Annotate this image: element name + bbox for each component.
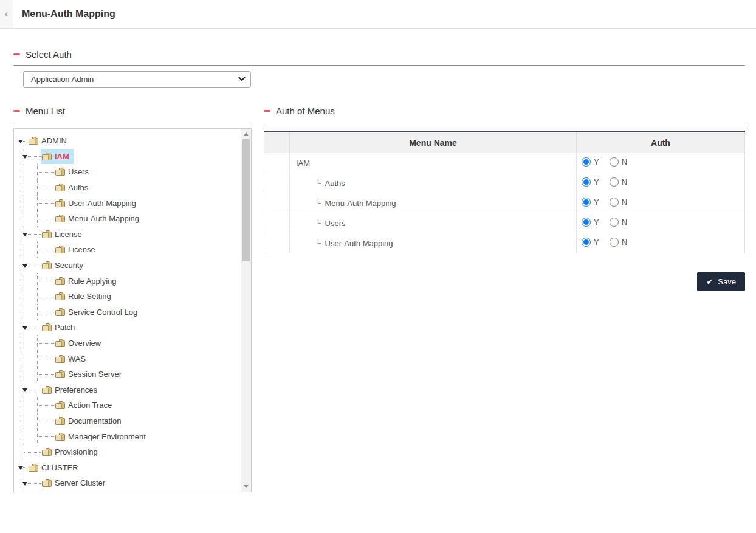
tree-node-session-server[interactable]: Session Server <box>18 366 251 382</box>
menu-tree-box: ADMINIAMUsersAuthsUser-Auth MappingMenu-… <box>13 128 252 492</box>
tree-node-label: License <box>55 230 82 239</box>
auth-no-radio[interactable] <box>610 157 619 167</box>
auth-row-menu-auth-mapping: └Menu-Auth MappingYN <box>264 193 745 213</box>
tree-node-license[interactable]: License <box>18 242 251 258</box>
expand-arrow-icon[interactable] <box>22 388 27 392</box>
expand-arrow-icon[interactable] <box>18 140 23 143</box>
tree-node-service-control-log[interactable]: Service Control Log <box>18 304 251 320</box>
tree-node-menu-auth-mapping[interactable]: Menu-Auth Mapping <box>18 211 251 227</box>
tree-node-action-trace[interactable]: Action Trace <box>18 397 251 413</box>
expand-arrow-icon[interactable] <box>22 233 27 236</box>
auth-yes-radio[interactable] <box>582 238 591 247</box>
tree-node-label: Rule Applying <box>68 277 117 286</box>
tree-node-label: Auths <box>68 183 88 192</box>
tree-node-manager-environment[interactable]: Manager Environment <box>18 428 251 444</box>
auth-row-users: └UsersYN <box>264 213 745 233</box>
tree-node-documentation[interactable]: Documentation <box>18 413 251 429</box>
auth-row-iam: IAMYN <box>264 153 745 173</box>
tree-node-server-cluster[interactable]: Server Cluster <box>18 475 251 491</box>
auth-no-radio[interactable] <box>610 177 619 187</box>
tree-node-iam[interactable]: IAM <box>18 149 251 165</box>
auth-yes-label: Y <box>594 177 599 187</box>
row-select-cell <box>264 213 290 233</box>
expand-arrow-icon[interactable] <box>18 466 23 470</box>
auth-no-option[interactable]: N <box>610 157 627 167</box>
scrollbar-thumb[interactable] <box>242 139 250 261</box>
expand-arrow-icon[interactable] <box>22 326 27 330</box>
tree-node-overview[interactable]: Overview <box>18 335 251 351</box>
auth-select-wrap: Application Admin <box>23 71 251 88</box>
folder-icon <box>42 479 52 487</box>
auth-yes-option[interactable]: Y <box>582 177 599 187</box>
tree-node-patch[interactable]: Patch <box>18 320 251 335</box>
tree-scrollbar[interactable] <box>241 129 251 492</box>
tree-node-cluster[interactable]: CLUSTER <box>18 459 251 475</box>
auth-table: Menu Name Auth IAMYN└AuthsYN└Menu-Auth M… <box>264 131 745 253</box>
select-auth-title: Select Auth <box>26 49 72 60</box>
auth-yes-radio[interactable] <box>582 198 591 207</box>
auth-yes-radio[interactable] <box>582 177 591 187</box>
tree-node-label: License <box>68 245 95 254</box>
scrollbar-up-icon[interactable] <box>244 132 249 136</box>
tree-node-admin[interactable]: ADMIN <box>18 133 251 149</box>
menu-list-section-header: Menu List <box>13 105 252 116</box>
auth-no-option[interactable]: N <box>610 218 627 227</box>
auth-no-radio[interactable] <box>610 198 619 207</box>
back-button[interactable]: ‹ <box>0 0 13 28</box>
auth-no-label: N <box>622 198 627 207</box>
tree-node-label: Manager Environment <box>68 432 146 441</box>
content: Select Auth Application Admin Menu List … <box>0 29 756 533</box>
folder-icon <box>55 417 65 425</box>
folder-icon <box>55 339 65 347</box>
tree-node-label: Service Control Log <box>68 308 137 317</box>
menu-name: └Users <box>296 219 345 228</box>
menu-name: └Auths <box>296 179 345 188</box>
auth-yes-radio[interactable] <box>582 218 591 227</box>
menu-list-title: Menu List <box>26 106 65 116</box>
menu-name-cell: └Users <box>290 213 577 233</box>
tree-node-license[interactable]: License <box>18 227 251 242</box>
auth-no-radio[interactable] <box>610 238 619 247</box>
expand-arrow-icon[interactable] <box>22 264 27 268</box>
check-icon: ✔ <box>706 278 713 286</box>
tree-node-user-auth-mapping[interactable]: User-Auth Mapping <box>18 195 251 211</box>
tree-node-provisioning[interactable]: Provisioning <box>18 444 251 460</box>
auth-select[interactable]: Application Admin <box>23 71 251 88</box>
tree-node-label: IAM <box>55 152 69 161</box>
page-title: Menu-Auth Mapping <box>22 0 115 28</box>
tree-node-rule-setting[interactable]: Rule Setting <box>18 289 251 304</box>
menu-name-cell: └User-Auth Mapping <box>290 233 577 253</box>
auth-no-radio[interactable] <box>610 218 619 227</box>
scrollbar-down-icon[interactable] <box>244 485 249 488</box>
tree-node-preferences[interactable]: Preferences <box>18 382 251 398</box>
tree-node-was[interactable]: WAS <box>18 351 251 366</box>
tree-node-users[interactable]: Users <box>18 164 251 180</box>
tree-node-label: Provisioning <box>55 447 98 456</box>
auth-yes-option[interactable]: Y <box>582 238 599 247</box>
auth-yes-label: Y <box>594 198 599 207</box>
section-dash-icon <box>13 110 20 112</box>
auth-no-option[interactable]: N <box>610 177 627 187</box>
tree-node-label: Server Cluster <box>55 478 105 487</box>
row-select-cell <box>264 193 290 213</box>
auth-no-option[interactable]: N <box>610 198 627 207</box>
tree-node-security[interactable]: Security <box>18 258 251 273</box>
auth-yes-option[interactable]: Y <box>582 218 599 227</box>
tree-node-rule-applying[interactable]: Rule Applying <box>18 273 251 289</box>
auth-table-header-row: Menu Name Auth <box>264 132 745 153</box>
tree-node-label: ADMIN <box>41 136 67 145</box>
save-button[interactable]: ✔ Save <box>697 272 745 291</box>
auth-no-label: N <box>622 157 627 167</box>
select-auth-rule <box>13 65 745 66</box>
expand-arrow-icon[interactable] <box>22 482 27 486</box>
auth-row-auths: └AuthsYN <box>264 173 745 193</box>
auth-of-menus-panel: Auth of Menus Menu Name Auth IAMYN└Auths… <box>264 105 745 291</box>
expand-arrow-icon[interactable] <box>22 155 27 159</box>
auth-no-option[interactable]: N <box>610 238 627 247</box>
auth-no-label: N <box>622 238 627 247</box>
tree-node-auths[interactable]: Auths <box>18 180 251 196</box>
auth-yes-radio[interactable] <box>582 157 591 167</box>
auth-yes-option[interactable]: Y <box>582 157 599 167</box>
folder-icon <box>55 308 65 316</box>
auth-yes-option[interactable]: Y <box>582 198 599 207</box>
